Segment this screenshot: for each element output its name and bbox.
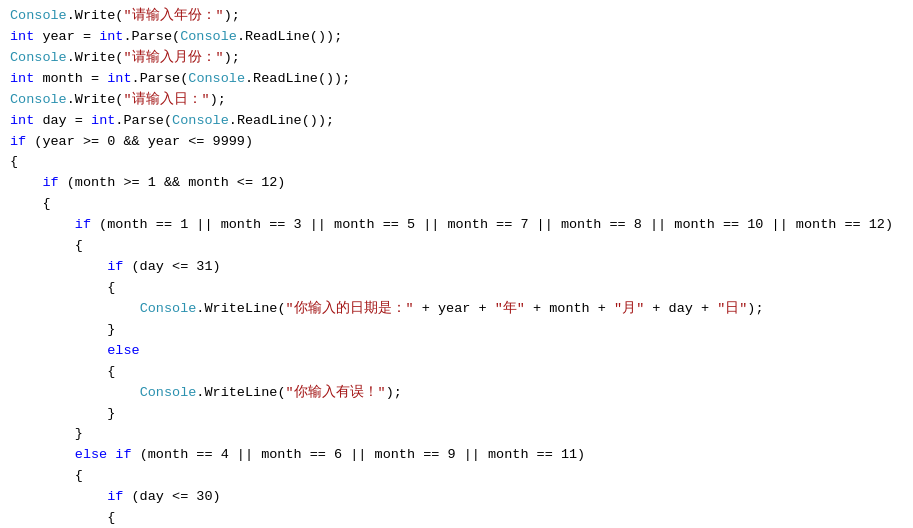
code-line: int year = int.Parse(Console.ReadLine())… [10, 27, 903, 48]
token-normal: ; [232, 8, 240, 23]
token-normal: (year >= 0 && year <= 9999) [26, 134, 253, 149]
token-normal: + day + [644, 301, 717, 316]
token-normal: ()) [318, 71, 342, 86]
code-line: } [10, 404, 903, 425]
token-str: "日" [717, 301, 747, 316]
token-kw: int [107, 71, 131, 86]
token-normal: day = [34, 113, 91, 128]
token-normal: . [245, 71, 253, 86]
token-cls: Console [10, 92, 67, 107]
code-line: Console.Write("请输入日："); [10, 90, 903, 111]
token-kw: if [107, 489, 123, 504]
code-line: { [10, 278, 903, 299]
token-str: "月" [614, 301, 644, 316]
token-normal: ReadLine [253, 71, 318, 86]
token-normal: ); [747, 301, 763, 316]
token-normal [10, 447, 75, 462]
token-normal: (day <= 30) [123, 489, 220, 504]
token-normal: { [10, 280, 115, 295]
token-normal: WriteLine [204, 301, 277, 316]
token-cls: Console [140, 385, 197, 400]
token-normal: ) [210, 92, 218, 107]
code-line: int month = int.Parse(Console.ReadLine()… [10, 69, 903, 90]
token-normal [10, 489, 107, 504]
token-normal: (month == 4 || month == 6 || month == 9 … [132, 447, 586, 462]
token-normal [10, 343, 107, 358]
code-line: Console.Write("请输入月份："); [10, 48, 903, 69]
token-normal: Write [75, 50, 116, 65]
token-str: "请输入月份：" [123, 50, 223, 65]
token-normal: ); [386, 385, 402, 400]
code-line: Console.WriteLine("你输入的日期是：" + year + "年… [10, 299, 903, 320]
token-kw: int [10, 113, 34, 128]
token-normal: ; [342, 71, 350, 86]
code-line: if (month >= 1 && month <= 12) [10, 173, 903, 194]
token-normal: { [10, 196, 51, 211]
code-line: } [10, 424, 903, 445]
code-line: { [10, 194, 903, 215]
token-cls: Console [172, 113, 229, 128]
token-normal: ( [164, 113, 172, 128]
code-line: { [10, 236, 903, 257]
token-cls: Console [10, 8, 67, 23]
token-normal: (month == 1 || month == 3 || month == 5 … [91, 217, 893, 232]
token-normal: year = [34, 29, 99, 44]
token-normal: } [10, 406, 115, 421]
token-normal: . [229, 113, 237, 128]
token-kw: int [99, 29, 123, 44]
token-kw: int [10, 71, 34, 86]
token-normal: { [10, 364, 115, 379]
token-kw: else if [75, 447, 132, 462]
token-normal: Parse [132, 29, 173, 44]
token-normal: ; [232, 50, 240, 65]
token-kw: int [91, 113, 115, 128]
token-normal: } [10, 322, 115, 337]
code-line: int day = int.Parse(Console.ReadLine()); [10, 111, 903, 132]
token-normal: ReadLine [237, 113, 302, 128]
token-kw: if [10, 134, 26, 149]
token-normal: month = [34, 71, 107, 86]
token-kw: if [107, 259, 123, 274]
token-normal: Write [75, 92, 116, 107]
token-str: "请输入日：" [123, 92, 209, 107]
code-line: } [10, 320, 903, 341]
token-cls: Console [180, 29, 237, 44]
token-kw: else [107, 343, 139, 358]
token-normal: Write [75, 8, 116, 23]
token-normal [10, 175, 42, 190]
token-normal: . [237, 29, 245, 44]
token-normal: { [10, 510, 115, 525]
code-line: Console.WriteLine("你输入有误！"); [10, 383, 903, 404]
token-normal: ; [326, 113, 334, 128]
code-editor: Console.Write("请输入年份：");int year = int.P… [0, 0, 913, 528]
code-line: if (day <= 31) [10, 257, 903, 278]
code-line: if (month == 1 || month == 3 || month ==… [10, 215, 903, 236]
token-normal [10, 385, 140, 400]
token-normal: ()) [302, 113, 326, 128]
token-normal: . [132, 71, 140, 86]
token-cls: Console [140, 301, 197, 316]
token-cls: Console [188, 71, 245, 86]
token-str: "你输入有误！" [285, 385, 385, 400]
token-kw: int [10, 29, 34, 44]
token-normal: ()) [310, 29, 334, 44]
code-line: { [10, 362, 903, 383]
token-normal: . [67, 8, 75, 23]
code-line: else if (month == 4 || month == 6 || mon… [10, 445, 903, 466]
token-str: "请输入年份：" [123, 8, 223, 23]
token-kw: if [75, 217, 91, 232]
token-cls: Console [10, 50, 67, 65]
token-normal: ) [224, 50, 232, 65]
token-normal: { [10, 468, 83, 483]
token-normal: . [123, 29, 131, 44]
token-normal: + month + [525, 301, 614, 316]
token-normal: } [10, 426, 83, 441]
token-normal: (month >= 1 && month <= 12) [59, 175, 286, 190]
token-normal: + year + [414, 301, 495, 316]
code-line: { [10, 508, 903, 528]
token-normal: ( [172, 29, 180, 44]
token-normal: { [10, 154, 18, 169]
token-normal [10, 217, 75, 232]
code-line: { [10, 152, 903, 173]
token-normal: . [67, 92, 75, 107]
